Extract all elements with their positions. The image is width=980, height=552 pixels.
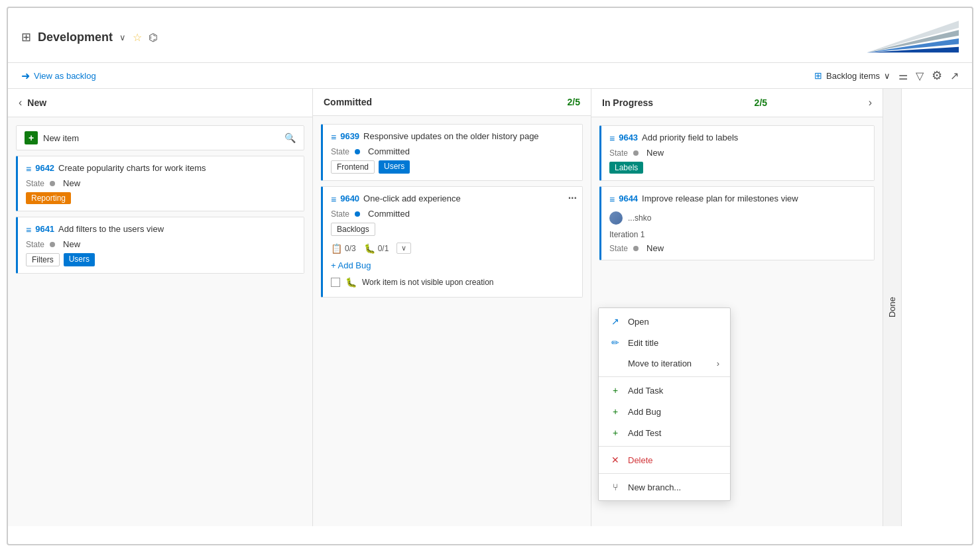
done-label: Done [887,290,897,324]
backlog-items-button[interactable]: ⊞ Backlog items ∨ [814,70,890,81]
favorite-icon[interactable]: ☆ [133,31,142,44]
menu-add-bug[interactable]: + Add Bug [599,401,730,422]
workitem-icon-9639: ≡ [331,132,336,142]
menu-edit-label: Edit title [628,338,658,348]
card-title-9640: One-click add experience [363,193,461,203]
card-9642: ≡ 9642 Create popularity charts for work… [16,156,304,211]
backlog-grid-icon: ⊞ [814,70,822,81]
state-dot-9644 [633,246,639,251]
view-backlog-button[interactable]: ➜ View as backlog [21,70,96,82]
tag-users[interactable]: Users [64,253,95,266]
column-committed-title: Committed [324,97,372,107]
card-id-9641: 9641 [35,224,54,234]
card-id-9640: 9640 [340,193,359,203]
expand-button[interactable]: ↗ [950,70,959,82]
gear-settings-button[interactable]: ⚙ [932,68,942,83]
state-label-9642: State [26,179,44,188]
open-icon: ↗ [609,316,621,327]
card-title-9643: Add priority field to labels [642,133,738,142]
column-committed-count: 2/5 [568,97,580,107]
column-new-body: + New item 🔍 ≡ 9642 Create popularity ch… [8,117,312,526]
add-test-icon: + [609,427,621,438]
state-value-9639: Committed [368,146,410,156]
card-9643: ≡ 9643 Add priority field to labels Stat… [599,125,875,181]
column-nav-left-button[interactable]: ‹ [19,97,22,109]
tag-filters[interactable]: Filters [26,253,60,266]
column-done: Done [883,89,902,526]
sub-item-title: Work item is not visible upon creation [362,278,494,287]
card-9641: ≡ 9641 Add filters to the users view Sta… [16,217,304,274]
column-committed: Committed 2/5 ≡ 9639 Responsive updates … [313,89,591,526]
column-inprogress-count: 2/5 [755,97,767,108]
branch-icon: ⑂ [609,482,621,492]
card-id-9642: 9642 [35,163,54,173]
expand-subitems-button[interactable]: ∨ [397,243,411,254]
project-title: Development [38,30,113,44]
title-chevron-icon[interactable]: ∨ [119,32,126,42]
card-title-9642: Create popularity charts for work items [58,163,206,173]
funnel-filter-button[interactable]: ▽ [916,70,924,82]
state-label-9641: State [26,240,44,249]
state-label-9640: State [331,209,349,219]
workitem-icon-9641: ≡ [26,225,31,235]
card-id-9639: 9639 [340,131,359,141]
workitem-icon-9643: ≡ [609,133,615,144]
column-in-progress: In Progress 2/5 › ≡ 9643 Add priority fi… [591,89,883,526]
card-9639: ≡ 9639 Responsive updates on the older h… [321,124,583,181]
column-nav-right-button[interactable]: › [869,97,872,109]
column-new: ‹ New + New item 🔍 ≡ 9642 Create popular… [8,89,313,526]
menu-open-label: Open [628,317,649,327]
column-new-title: New [27,97,46,108]
new-item-label: New item [43,133,79,143]
add-bug-icon: + [609,406,621,417]
menu-open[interactable]: ↗ Open [599,311,730,332]
menu-delete-label: Delete [628,455,653,465]
add-bug-button[interactable]: + Add Bug [331,260,574,270]
state-value-9641: New [63,239,80,249]
card-title-9641: Add filters to the users view [58,224,164,234]
state-dot-9640 [355,211,360,217]
menu-add-task[interactable]: + Add Task [599,380,730,401]
menu-add-test-label: Add Test [628,428,661,438]
menu-add-bug-label: Add Bug [628,407,661,417]
assignee-9644: ...shko [628,213,651,223]
workitem-icon-9642: ≡ [26,164,31,174]
menu-edit-title[interactable]: ✏ Edit title [599,332,730,353]
sub-item-row: 🐛 Work item is not visible upon creation [331,274,574,290]
search-button[interactable]: 🔍 [284,133,296,143]
state-label-9644: State [609,244,628,253]
checkbox[interactable] [331,278,340,287]
filter-settings-button[interactable]: ⚌ [898,70,908,82]
tag-frontend[interactable]: Frontend [331,160,375,174]
board-icon: ⊞ [21,30,31,44]
tag-reporting[interactable]: Reporting [26,192,71,204]
menu-delete[interactable]: ✕ Delete [599,449,730,470]
logo-area [853,17,959,57]
bugs-count: 🐛 0/1 [364,243,389,254]
avatar-9644 [609,211,623,225]
column-committed-body: ≡ 9639 Responsive updates on the older h… [313,116,591,526]
menu-new-branch-label: New branch... [628,482,681,492]
state-dot-9642 [50,181,55,186]
state-value-9642: New [63,178,80,188]
tag-backlogs[interactable]: Backlogs [331,223,375,236]
state-value-9644: New [646,243,664,253]
card-id-9644: 9644 [619,193,638,203]
tag-users-9639[interactable]: Users [379,160,410,174]
tag-labels[interactable]: Labels [609,162,643,174]
logo-graphic [853,17,959,56]
members-icon[interactable]: ⌬ [149,31,158,44]
backlog-arrow-icon: ➜ [21,70,30,82]
card-more-button-9640[interactable]: ··· [568,192,577,204]
new-item-bar[interactable]: + New item 🔍 [16,125,304,150]
tasks-count: 📋 0/3 [331,243,356,254]
iteration-9644: Iteration 1 [609,230,866,239]
view-backlog-label: View as backlog [34,71,96,81]
card-9644: ≡ 9644 Improve release plan for mileston… [599,186,875,260]
menu-move-label: Move to iteration [628,359,692,368]
card-title-9644: Improve release plan for milestones view [642,193,798,203]
menu-add-test[interactable]: + Add Test [599,422,730,443]
menu-move-iteration[interactable]: Move to iteration › [599,353,730,374]
state-label-9639: State [331,147,349,156]
menu-new-branch[interactable]: ⑂ New branch... [599,476,730,498]
